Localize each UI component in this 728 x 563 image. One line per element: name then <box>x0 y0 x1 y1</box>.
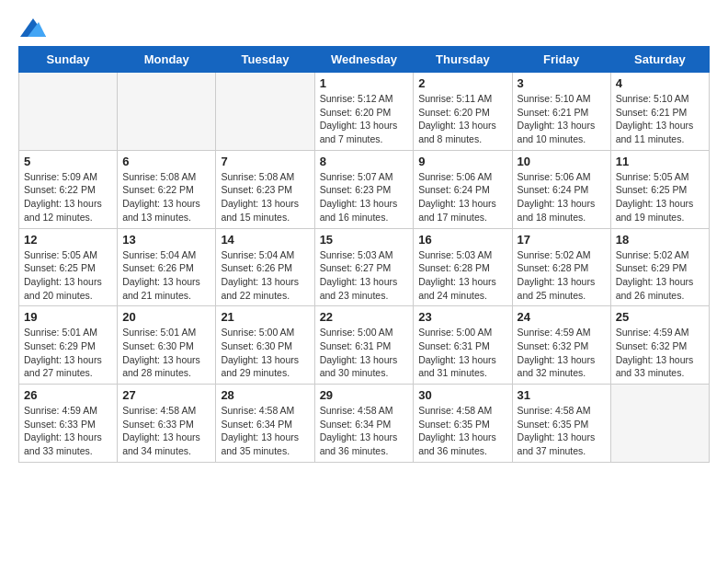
day-number: 24 <box>518 310 606 324</box>
calendar-table: SundayMondayTuesdayWednesdayThursdayFrid… <box>18 46 710 463</box>
calendar-cell: 13Sunrise: 5:04 AM Sunset: 6:26 PM Dayli… <box>118 228 216 306</box>
day-info: Sunrise: 4:59 AM Sunset: 6:32 PM Dayligh… <box>616 326 704 380</box>
day-number: 31 <box>518 388 606 402</box>
calendar-cell: 23Sunrise: 5:00 AM Sunset: 6:31 PM Dayli… <box>414 306 512 385</box>
day-info: Sunrise: 5:06 AM Sunset: 6:24 PM Dayligh… <box>518 170 606 224</box>
day-number: 6 <box>122 155 210 168</box>
calendar-cell <box>118 73 216 151</box>
calendar-cell: 1Sunrise: 5:12 AM Sunset: 6:20 PM Daylig… <box>314 73 414 151</box>
calendar-cell: 20Sunrise: 5:01 AM Sunset: 6:30 PM Dayli… <box>118 306 216 385</box>
calendar-week-5: 26Sunrise: 4:59 AM Sunset: 6:33 PM Dayli… <box>19 385 710 463</box>
calendar-cell: 12Sunrise: 5:05 AM Sunset: 6:25 PM Dayli… <box>19 228 118 306</box>
day-header-sunday: Sunday <box>19 47 118 73</box>
calendar-cell: 9Sunrise: 5:06 AM Sunset: 6:24 PM Daylig… <box>414 150 512 228</box>
calendar-cell: 11Sunrise: 5:05 AM Sunset: 6:25 PM Dayli… <box>610 150 709 228</box>
day-info: Sunrise: 5:00 AM Sunset: 6:31 PM Dayligh… <box>418 326 506 380</box>
calendar-cell: 3Sunrise: 5:10 AM Sunset: 6:21 PM Daylig… <box>512 73 610 151</box>
day-header-saturday: Saturday <box>610 47 709 73</box>
day-info: Sunrise: 5:04 AM Sunset: 6:26 PM Dayligh… <box>221 248 309 303</box>
calendar-week-3: 12Sunrise: 5:05 AM Sunset: 6:25 PM Dayli… <box>19 228 710 306</box>
calendar-cell: 16Sunrise: 5:03 AM Sunset: 6:28 PM Dayli… <box>414 228 512 306</box>
calendar-cell: 18Sunrise: 5:02 AM Sunset: 6:29 PM Dayli… <box>610 228 709 306</box>
day-info: Sunrise: 5:01 AM Sunset: 6:30 PM Dayligh… <box>122 326 210 380</box>
calendar-cell: 31Sunrise: 4:58 AM Sunset: 6:35 PM Dayli… <box>512 385 610 463</box>
day-info: Sunrise: 4:58 AM Sunset: 6:35 PM Dayligh… <box>518 404 606 458</box>
day-number: 26 <box>24 388 112 402</box>
day-number: 30 <box>418 388 506 402</box>
day-number: 15 <box>320 233 409 247</box>
day-number: 2 <box>418 76 506 90</box>
day-number: 19 <box>24 310 112 324</box>
day-number: 20 <box>122 310 210 324</box>
calendar-cell: 27Sunrise: 4:58 AM Sunset: 6:33 PM Dayli… <box>118 385 216 463</box>
day-info: Sunrise: 5:10 AM Sunset: 6:21 PM Dayligh… <box>616 92 704 146</box>
day-header-thursday: Thursday <box>414 47 512 73</box>
day-info: Sunrise: 4:59 AM Sunset: 6:32 PM Dayligh… <box>518 326 606 380</box>
day-info: Sunrise: 5:05 AM Sunset: 6:25 PM Dayligh… <box>616 170 704 224</box>
day-info: Sunrise: 4:59 AM Sunset: 6:33 PM Dayligh… <box>24 404 112 458</box>
day-number: 9 <box>418 155 506 168</box>
day-number: 8 <box>320 155 409 168</box>
day-number: 12 <box>24 233 112 247</box>
day-number: 10 <box>518 155 606 168</box>
day-number: 5 <box>24 155 112 168</box>
calendar-cell: 21Sunrise: 5:00 AM Sunset: 6:30 PM Dayli… <box>216 306 314 385</box>
day-info: Sunrise: 5:02 AM Sunset: 6:28 PM Dayligh… <box>518 248 606 303</box>
day-number: 3 <box>518 76 606 90</box>
day-info: Sunrise: 5:12 AM Sunset: 6:20 PM Dayligh… <box>320 92 409 146</box>
day-number: 27 <box>122 388 210 402</box>
day-number: 28 <box>221 388 309 402</box>
day-info: Sunrise: 5:02 AM Sunset: 6:29 PM Dayligh… <box>616 248 704 303</box>
calendar-cell: 30Sunrise: 4:58 AM Sunset: 6:35 PM Dayli… <box>414 385 512 463</box>
day-info: Sunrise: 5:00 AM Sunset: 6:31 PM Dayligh… <box>320 326 409 380</box>
day-number: 16 <box>418 233 506 247</box>
day-number: 29 <box>320 388 409 402</box>
day-number: 25 <box>616 310 704 324</box>
calendar-cell <box>216 73 314 151</box>
day-info: Sunrise: 5:04 AM Sunset: 6:26 PM Dayligh… <box>122 248 210 303</box>
logo-icon <box>20 18 46 37</box>
day-number: 7 <box>221 155 309 168</box>
calendar-cell: 25Sunrise: 4:59 AM Sunset: 6:32 PM Dayli… <box>610 306 709 385</box>
day-number: 1 <box>320 76 409 90</box>
day-number: 11 <box>616 155 704 168</box>
calendar-cell: 2Sunrise: 5:11 AM Sunset: 6:20 PM Daylig… <box>414 73 512 151</box>
calendar-header-row: SundayMondayTuesdayWednesdayThursdayFrid… <box>19 47 710 73</box>
day-info: Sunrise: 5:10 AM Sunset: 6:21 PM Dayligh… <box>518 92 606 146</box>
logo <box>18 18 46 31</box>
day-header-tuesday: Tuesday <box>216 47 314 73</box>
day-info: Sunrise: 4:58 AM Sunset: 6:34 PM Dayligh… <box>221 404 309 458</box>
day-number: 22 <box>320 310 409 324</box>
calendar-cell: 5Sunrise: 5:09 AM Sunset: 6:22 PM Daylig… <box>19 150 118 228</box>
day-info: Sunrise: 5:06 AM Sunset: 6:24 PM Dayligh… <box>418 170 506 224</box>
day-info: Sunrise: 5:00 AM Sunset: 6:30 PM Dayligh… <box>221 326 309 380</box>
calendar-cell: 29Sunrise: 4:58 AM Sunset: 6:34 PM Dayli… <box>314 385 414 463</box>
day-number: 23 <box>418 310 506 324</box>
day-info: Sunrise: 4:58 AM Sunset: 6:35 PM Dayligh… <box>418 404 506 458</box>
day-header-wednesday: Wednesday <box>314 47 414 73</box>
calendar-cell: 15Sunrise: 5:03 AM Sunset: 6:27 PM Dayli… <box>314 228 414 306</box>
day-info: Sunrise: 5:07 AM Sunset: 6:23 PM Dayligh… <box>320 170 409 224</box>
day-info: Sunrise: 5:03 AM Sunset: 6:28 PM Dayligh… <box>418 248 506 303</box>
day-number: 17 <box>518 233 606 247</box>
calendar-week-2: 5Sunrise: 5:09 AM Sunset: 6:22 PM Daylig… <box>19 150 710 228</box>
day-number: 18 <box>616 233 704 247</box>
day-number: 4 <box>616 76 704 90</box>
calendar-cell: 7Sunrise: 5:08 AM Sunset: 6:23 PM Daylig… <box>216 150 314 228</box>
day-info: Sunrise: 4:58 AM Sunset: 6:33 PM Dayligh… <box>122 404 210 458</box>
calendar-cell <box>610 385 709 463</box>
calendar-cell: 6Sunrise: 5:08 AM Sunset: 6:22 PM Daylig… <box>118 150 216 228</box>
calendar-cell: 28Sunrise: 4:58 AM Sunset: 6:34 PM Dayli… <box>216 385 314 463</box>
calendar-cell: 19Sunrise: 5:01 AM Sunset: 6:29 PM Dayli… <box>19 306 118 385</box>
day-header-monday: Monday <box>118 47 216 73</box>
day-info: Sunrise: 5:05 AM Sunset: 6:25 PM Dayligh… <box>24 248 112 303</box>
calendar-cell: 26Sunrise: 4:59 AM Sunset: 6:33 PM Dayli… <box>19 385 118 463</box>
day-info: Sunrise: 5:08 AM Sunset: 6:22 PM Dayligh… <box>122 170 210 224</box>
calendar-cell <box>19 73 118 151</box>
day-info: Sunrise: 5:01 AM Sunset: 6:29 PM Dayligh… <box>24 326 112 380</box>
calendar-cell: 4Sunrise: 5:10 AM Sunset: 6:21 PM Daylig… <box>610 73 709 151</box>
calendar-cell: 10Sunrise: 5:06 AM Sunset: 6:24 PM Dayli… <box>512 150 610 228</box>
day-info: Sunrise: 4:58 AM Sunset: 6:34 PM Dayligh… <box>320 404 409 458</box>
calendar-week-4: 19Sunrise: 5:01 AM Sunset: 6:29 PM Dayli… <box>19 306 710 385</box>
calendar-cell: 8Sunrise: 5:07 AM Sunset: 6:23 PM Daylig… <box>314 150 414 228</box>
